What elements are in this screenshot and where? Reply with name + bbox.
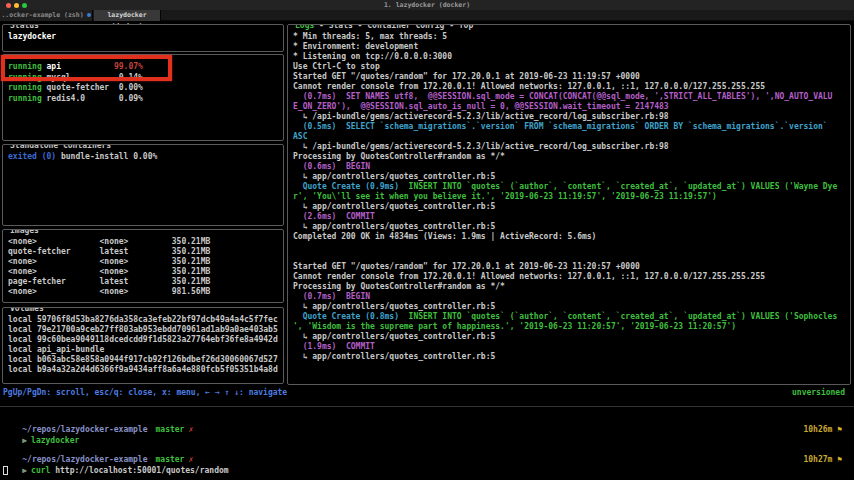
images-panel-body: <none> <none> 350.21MBquote-fetcher late… — [8, 237, 281, 301]
container-row: exited (0) bundle-install 0.00% — [8, 152, 281, 162]
command-line: ▶curl http://localhost:50001/quotes/rand… — [3, 457, 229, 480]
image-row: <none> <none> 350.21MB — [8, 257, 281, 267]
keybindings-bar: PgUp/PgDn: scroll, esc/q: close, x: menu… — [3, 388, 287, 397]
git-dirty-icon: ✗ — [188, 425, 193, 434]
activity-dot-icon — [87, 13, 91, 17]
log-line: (0.5ms) SELECT `schema_migrations`.`vers… — [293, 122, 848, 132]
service-row: running quote-fetcher 0.00% — [8, 83, 281, 94]
standalone-panel-title: Standalone Containers — [8, 144, 113, 150]
log-line: ↳ /api-bundle/gems/activerecord-5.2.3/li… — [293, 112, 848, 122]
prompt-arrow-icon: ▶ — [22, 436, 27, 445]
log-line: ', 'Wisdom is the supreme part of happin… — [293, 322, 848, 332]
log-line: ↳ app/controllers/quotes_controller.rb:5 — [293, 172, 848, 182]
tab-zsh[interactable]: ..ocker-example (zsh) — [0, 10, 93, 21]
log-line: Cannot render console from 172.20.0.1! A… — [293, 82, 848, 92]
log-line: Processing by QuotesController#random as… — [293, 152, 848, 162]
volume-row: local b9a4a32a2d4d6366f9a9434aff8a6a4e88… — [8, 365, 281, 375]
log-line: Started GET "/quotes/random" for 172.20.… — [293, 262, 848, 272]
log-line: (0.6ms) BEGIN — [293, 162, 848, 172]
window-titlebar: 1. lazydocker (docker) — [0, 0, 854, 10]
flag-icon: ⚑ — [837, 455, 842, 464]
command-duration: 10h26m ⚑ — [784, 416, 842, 443]
tab-lazydocker[interactable]: lazydocker (docker) — [94, 10, 161, 21]
log-line: Cannot render console from 172.20.0.1! A… — [293, 272, 848, 282]
volume-row: local 79e21700a9ceb27ff803ab953ebdd70961… — [8, 325, 281, 335]
image-row: <none> <none> 981.56MB — [8, 287, 281, 297]
command-text: curl http://localhost:50001/quotes/rando… — [31, 466, 228, 475]
logs-panel[interactable]: Logs - Stats - Container Config - Top * … — [287, 24, 851, 385]
log-line: ↳ app/controllers/quotes_controller.rb:5 — [293, 332, 848, 342]
window-title: 1. lazydocker (docker) — [0, 1, 854, 9]
log-line: r', 'You\'ll see it when you believe it.… — [293, 192, 848, 202]
log-line: (0.7ms) BEGIN — [293, 292, 848, 302]
terminal-cursor[interactable] — [3, 466, 8, 475]
command-duration: 10h27m ⚑ — [784, 446, 842, 473]
log-line: (1.9ms) COMMIT — [293, 342, 848, 352]
log-line: ↳ app/controllers/quotes_controller.rb:5 — [293, 202, 848, 212]
volumes-panel-body: local 59706f8d53ba8276da358ca3efeb22bf97… — [8, 315, 281, 382]
log-line: Quote Create (0.9ms) INSERT INTO `quotes… — [293, 182, 848, 192]
log-line: ↳ app/controllers/quotes_controller.rb:5 — [293, 302, 848, 312]
standalone-containers-panel[interactable]: Standalone Containers exited (0) bundle-… — [2, 144, 284, 226]
service-row: running redis4.0 0.09% — [8, 94, 281, 105]
logs-panel-body: * Min threads: 5, max threads: 5* Enviro… — [293, 32, 848, 383]
image-row: <none> <none> 350.21MB — [8, 237, 281, 247]
image-row: page-fetcher latest 350.21MB — [8, 277, 281, 287]
status-panel-body: lazydocker — [8, 32, 281, 50]
log-line: E_ON_ZERO'), @@SESSION.sql_auto_is_null … — [293, 102, 848, 112]
log-line: Quote Create (0.8ms) INSERT INTO `quotes… — [293, 312, 848, 322]
logs-panel-tabs[interactable]: Logs - Stats - Container Config - Top — [293, 24, 475, 30]
flag-icon: ⚑ — [837, 425, 842, 434]
log-line: Completed 200 OK in 4834ms (Views: 1.9ms… — [293, 232, 848, 242]
log-line — [293, 242, 848, 252]
image-row: quote-fetcher latest 350.21MB — [8, 247, 281, 257]
volume-row: local b063abc58e858a0944f917cb92f126bdbe… — [8, 355, 281, 365]
tab-bar: ..ocker-example (zsh) lazydocker (docker… — [0, 10, 854, 21]
log-line — [293, 252, 848, 262]
command-text: lazydocker — [31, 436, 79, 445]
tab-zsh-label: ..ocker-example (zsh) — [1, 11, 83, 19]
log-line: * Min threads: 5, max threads: 5 — [293, 32, 848, 42]
volumes-panel[interactable]: Volumes local 59706f8d53ba8276da358ca3ef… — [2, 307, 284, 384]
pane-divider — [0, 406, 854, 407]
volume-row: local 99c60bea9049118dcedcdd9f1d5823a277… — [8, 335, 281, 345]
images-panel-title: Images — [8, 229, 41, 235]
log-line: ↳ app/controllers/quotes_controller.rb:5 — [293, 352, 848, 362]
log-line: * Environment: development — [293, 42, 848, 52]
log-line: ↳ /api-bundle/gems/activerecord-5.2.3/li… — [293, 142, 848, 152]
highlight-annotation-box — [1, 55, 172, 81]
version-status-label: unversioned — [792, 388, 845, 397]
log-line: ASC — [293, 132, 848, 142]
terminal-window: 1. lazydocker (docker) ..ocker-example (… — [0, 0, 854, 480]
status-panel-title: Status — [8, 24, 41, 30]
prompt-arrow-icon: ▶ — [22, 466, 27, 475]
git-branch-label: master — [156, 425, 185, 434]
log-line: Processing by QuotesController#random as… — [293, 282, 848, 292]
volume-row: local 59706f8d53ba8276da358ca3efeb22bf97… — [8, 315, 281, 325]
log-line: ↳ app/controllers/quotes_controller.rb:5 — [293, 222, 848, 232]
standalone-panel-body: exited (0) bundle-install 0.00% — [8, 152, 281, 224]
image-row: <none> <none> 350.21MB — [8, 267, 281, 277]
log-line: (2.6ms) COMMIT — [293, 212, 848, 222]
volume-row: local api_api-bundle — [8, 345, 281, 355]
log-line: * Listening on tcp://0.0.0.0:3000 — [293, 52, 848, 62]
images-panel[interactable]: Images <none> <none> 350.21MBquote-fetch… — [2, 229, 284, 303]
log-line: Started GET "/quotes/random" for 172.20.… — [293, 72, 848, 82]
status-panel[interactable]: Status lazydocker — [2, 24, 284, 52]
volumes-panel-title: Volumes — [8, 307, 46, 313]
status-line: lazydocker — [8, 32, 281, 42]
log-line: Use Ctrl-C to stop — [293, 62, 848, 72]
log-line: (0.7ms) SET NAMES utf8, @@SESSION.sql_mo… — [293, 92, 848, 102]
